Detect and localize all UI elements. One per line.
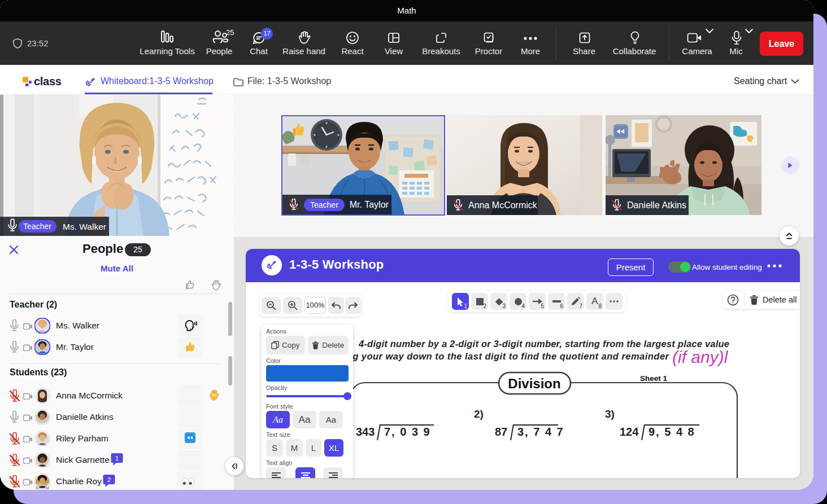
svg-text:1: 1 [115, 455, 119, 462]
svg-text:Ms. Walker: Ms. Walker [63, 222, 106, 231]
svg-text:Teacher: Teacher [23, 222, 51, 231]
svg-text:3, 7 4 7: 3, 7 4 7 [517, 426, 564, 438]
svg-text:2: 2 [107, 476, 111, 483]
svg-text:Division: Division [508, 376, 560, 391]
svg-text:2): 2) [474, 408, 484, 420]
svg-text:343: 343 [356, 426, 375, 438]
svg-text:9, 5 4 8: 9, 5 4 8 [648, 426, 695, 438]
svg-text:7, 0 3 9: 7, 0 3 9 [384, 426, 431, 438]
svg-text:ding your way down to the last: ding your way down to the last digit to … [338, 351, 670, 361]
svg-text:Sheet 1: Sheet 1 [640, 374, 668, 383]
svg-text:87: 87 [495, 426, 507, 438]
svg-text:3): 3) [605, 408, 615, 420]
svg-text:(if any)l: (if any)l [672, 348, 729, 366]
svg-text:124: 124 [620, 426, 639, 438]
